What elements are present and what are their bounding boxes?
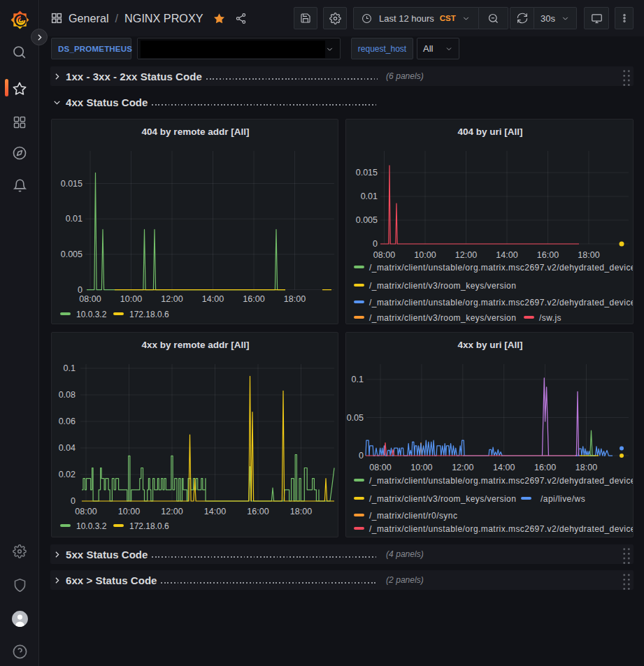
svg-text:10:00: 10:00 [414,250,436,260]
svg-text:16:00: 16:00 [243,294,264,304]
svg-text:/_matrix/client/v3/room_keys/v: /_matrix/client/v3/room_keys/version [369,313,516,323]
svg-text:14:00: 14:00 [202,294,224,304]
svg-text:0: 0 [359,451,364,461]
svg-text:0.06: 0.06 [59,417,76,426]
svg-text:14:00: 14:00 [493,463,515,472]
svg-text:12:00: 12:00 [161,507,183,516]
svg-text:10:00: 10:00 [410,463,432,472]
svg-text:0: 0 [71,496,76,506]
svg-text:08:00: 08:00 [75,507,96,516]
svg-text:12:00: 12:00 [455,250,477,260]
svg-text:0.005: 0.005 [356,215,378,225]
svg-text:4xx by remote addr [All]: 4xx by remote addr [All] [142,340,250,350]
svg-text:08:00: 08:00 [373,250,395,260]
svg-text:0.005: 0.005 [61,249,83,259]
svg-text:10:00: 10:00 [120,294,142,304]
svg-text:10.0.3.2: 10.0.3.2 [76,310,107,319]
svg-text:08:00: 08:00 [369,463,391,472]
svg-text:14:00: 14:00 [496,250,517,260]
svg-text:10:00: 10:00 [118,507,140,516]
svg-text:0.04: 0.04 [59,443,76,453]
svg-text:0.015: 0.015 [356,168,378,178]
svg-text:18:00: 18:00 [290,507,312,516]
svg-text:10.0.3.2: 10.0.3.2 [76,521,107,531]
svg-text:/_matrix/client/unstable/org.m: /_matrix/client/unstable/org.matrix.msc2… [369,263,634,273]
svg-text:18:00: 18:00 [284,294,306,304]
svg-text:/_matrix/client/v3/room_keys/v: /_matrix/client/v3/room_keys/version [369,281,516,291]
svg-text:404 by remote addr [All]: 404 by remote addr [All] [142,126,250,137]
svg-text:0.08: 0.08 [59,390,76,400]
svg-text:0.01: 0.01 [361,191,378,201]
svg-text:16:00: 16:00 [534,463,556,472]
svg-text:12:00: 12:00 [452,463,473,472]
svg-text:404 by uri [All]: 404 by uri [All] [457,126,522,137]
svg-text:0.1: 0.1 [352,375,364,384]
svg-text:16:00: 16:00 [247,507,269,516]
svg-text:0.015: 0.015 [61,179,83,189]
svg-text:18:00: 18:00 [575,463,597,472]
svg-text:0.02: 0.02 [59,470,76,479]
svg-text:/_matrix/client/r0/sync: /_matrix/client/r0/sync [369,511,457,521]
svg-text:08:00: 08:00 [79,294,101,304]
svg-text:172.18.0.6: 172.18.0.6 [129,310,169,319]
svg-text:/sw.js: /sw.js [539,313,561,323]
svg-text:/_matrix/client/v3/room_keys/v: /_matrix/client/v3/room_keys/version [369,494,516,504]
svg-text:14:00: 14:00 [204,507,226,516]
svg-text:0: 0 [373,239,378,249]
svg-text:172.18.0.6: 172.18.0.6 [129,521,169,531]
svg-text:/api/live/ws: /api/live/ws [541,494,585,504]
svg-text:0.05: 0.05 [347,413,364,423]
svg-text:0.1: 0.1 [64,363,76,373]
svg-text:12:00: 12:00 [161,294,183,304]
svg-text:/_matrix/client/unstable/org.m: /_matrix/client/unstable/org.matrix.msc2… [369,476,634,486]
svg-text:/_matrix/client/unstable/org.m: /_matrix/client/unstable/org.matrix.msc2… [369,524,634,534]
svg-text:16:00: 16:00 [537,250,559,260]
svg-text:18:00: 18:00 [578,250,599,260]
svg-text:/_matrix/client/unstable/org.m: /_matrix/client/unstable/org.matrix.msc2… [369,298,634,307]
svg-text:0.01: 0.01 [66,214,83,224]
svg-text:4xx by uri [All]: 4xx by uri [All] [457,340,522,350]
